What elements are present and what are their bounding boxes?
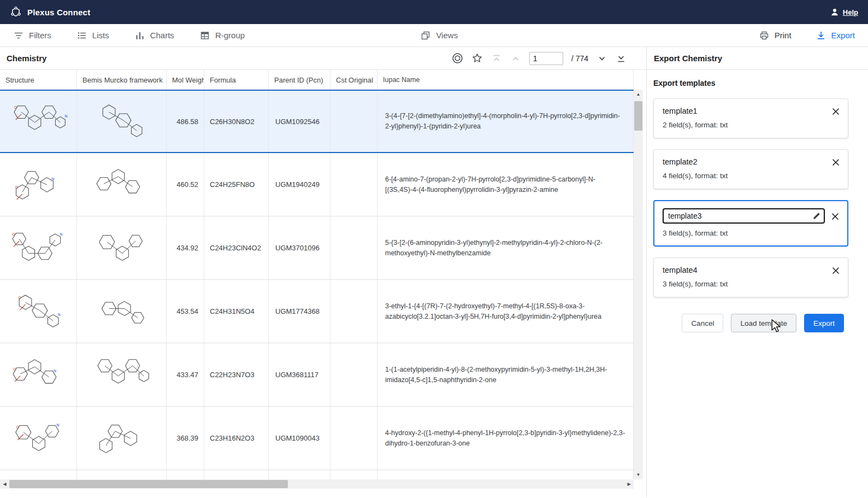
template-details: 3 field(s), format: txt xyxy=(663,280,839,288)
table-row[interactable]: NO 433.47 C22H23N7O3 UGM3681117 1-(1-ace… xyxy=(0,343,634,407)
structure-search-icon[interactable] xyxy=(452,52,463,64)
print-button[interactable]: Print xyxy=(759,30,792,41)
iupac-name-value: 3-(4-{7-[2-(dimethylamino)ethyl]-4-(morp… xyxy=(377,91,634,152)
charts-button[interactable]: Charts xyxy=(134,30,174,41)
template-card[interactable]: template2 4 field(s), format: txt xyxy=(653,149,848,189)
mol-weight-value: 453.54 xyxy=(167,280,204,343)
cancel-button[interactable]: Cancel xyxy=(682,314,723,332)
export-toolbar-button[interactable]: Export xyxy=(816,30,855,41)
column-header-mol-weigh[interactable]: Mol Weigh xyxy=(167,70,204,90)
framework-cell xyxy=(77,470,167,479)
template-name-input[interactable] xyxy=(663,208,825,224)
column-header-bemis-murcko-framework[interactable]: Bemis Murcko framework xyxy=(77,70,167,90)
framework-structure-image xyxy=(88,223,155,273)
print-label: Print xyxy=(775,31,792,40)
edit-pencil-icon[interactable] xyxy=(812,211,822,220)
rgroup-button[interactable]: R-group xyxy=(199,30,245,41)
lists-button[interactable]: Lists xyxy=(76,30,109,41)
help-button[interactable]: Help xyxy=(830,7,858,17)
iupac-name-value xyxy=(377,470,634,479)
views-button[interactable]: Views xyxy=(420,30,458,41)
iupac-name-value: 3-ethyl-1-{4-[(7R)-7-(2-hydroxyethyl)-7-… xyxy=(377,280,634,343)
cst-original-value xyxy=(330,216,377,279)
close-icon[interactable] xyxy=(830,211,841,222)
mol-weight-value: 368.39 xyxy=(167,407,204,470)
rgroup-label: R-group xyxy=(215,31,245,40)
filters-label: Filters xyxy=(29,31,51,40)
scroll-up-icon[interactable]: ▲ xyxy=(634,90,643,99)
molecule-structure-image: NO xyxy=(5,286,72,337)
close-icon[interactable] xyxy=(830,106,841,117)
template-card[interactable]: template4 3 field(s), format: txt xyxy=(653,257,848,297)
formula-value: C24H31N5O4 xyxy=(204,280,269,343)
horizontal-scrollbar[interactable]: ◀ ▶ xyxy=(0,479,634,489)
rgroup-icon xyxy=(199,30,210,41)
filter-icon xyxy=(13,30,24,41)
iupac-name-value: 5-{3-[2-(6-aminopyridin-3-yl)ethynyl]-2-… xyxy=(377,216,634,279)
favorites-star-icon[interactable] xyxy=(471,52,483,64)
column-header-cst-original[interactable]: Cst Original xyxy=(330,70,377,90)
table-row[interactable]: NO 434.92 C24H23ClN4O2 UGM3701096 5-{3-[… xyxy=(0,216,634,280)
export-button[interactable]: Export xyxy=(804,314,844,332)
table-row[interactable]: NO xyxy=(0,470,634,479)
svg-text:N: N xyxy=(57,423,60,427)
framework-cell xyxy=(77,407,167,470)
column-header-parent-id-pcn-[interactable]: Parent ID (Pcn) xyxy=(269,70,330,90)
parent-id-value: UGM1092546 xyxy=(269,91,330,152)
scroll-right-icon[interactable]: ▶ xyxy=(624,479,634,489)
table-row[interactable]: NO 368.39 C23H16N2O3 UGM1090043 4-hydrox… xyxy=(0,407,634,470)
cst-original-value xyxy=(330,470,377,479)
template-details: 4 field(s), format: txt xyxy=(663,172,839,180)
lists-icon xyxy=(76,30,87,41)
svg-text:N: N xyxy=(65,114,68,118)
page-title: Chemistry xyxy=(7,54,46,63)
svg-text:N: N xyxy=(60,232,62,236)
mol-weight-value: 434.92 xyxy=(167,216,204,279)
structure-cell: NO xyxy=(0,343,77,406)
formula-value: C22H23N7O3 xyxy=(204,343,269,406)
previous-page-icon[interactable] xyxy=(510,53,521,64)
table-row[interactable]: NO 460.52 C24H25FN8O UGM1940249 6-[4-ami… xyxy=(0,153,634,216)
svg-text:O: O xyxy=(18,295,21,299)
grid-header: Chemistry / 774 xyxy=(0,47,646,70)
table-row[interactable]: NO 486.58 C26H30N8O2 UGM1092546 3-(4-{7-… xyxy=(0,90,634,153)
parent-id-value: UGM3681117 xyxy=(269,343,330,406)
grid-area: Chemistry / 774 xyxy=(0,47,646,497)
horizontal-scroll-thumb[interactable] xyxy=(9,480,288,488)
export-icon xyxy=(816,30,826,41)
structure-cell: NO xyxy=(0,470,77,479)
structure-cell: NO xyxy=(0,407,77,470)
mol-weight-value: 460.52 xyxy=(167,153,204,216)
framework-cell xyxy=(77,216,167,279)
structure-cell: NO xyxy=(0,91,77,152)
column-header-iupac-name[interactable]: Iupac Name xyxy=(377,70,634,90)
framework-structure-image xyxy=(88,96,155,147)
filters-button[interactable]: Filters xyxy=(13,30,51,41)
last-page-icon[interactable] xyxy=(616,53,627,64)
parent-id-value: UGM1774368 xyxy=(269,280,330,343)
structure-cell: NO xyxy=(0,153,77,216)
vertical-scrollbar[interactable]: ▲ ▼ xyxy=(634,90,643,479)
export-panel-buttons: Cancel Load template Export xyxy=(653,314,848,332)
template-card[interactable]: 3 field(s), format: txt xyxy=(653,200,848,247)
table-row[interactable]: NO 453.54 C24H31N5O4 UGM1774368 3-ethyl-… xyxy=(0,280,634,343)
template-name: template1 xyxy=(663,107,839,115)
column-header-structure[interactable]: Structure xyxy=(0,70,77,90)
close-icon[interactable] xyxy=(830,157,841,168)
template-details: 3 field(s), format: txt xyxy=(663,229,839,237)
load-template-button[interactable]: Load template xyxy=(731,314,796,332)
first-page-icon[interactable] xyxy=(491,53,502,64)
vertical-scroll-thumb[interactable] xyxy=(634,101,642,131)
app-title: Plexus Connect xyxy=(27,8,90,17)
formula-value: C24H25FN8O xyxy=(204,153,269,216)
page-menu-chevron-icon[interactable] xyxy=(597,53,607,64)
page-input[interactable] xyxy=(529,52,563,65)
molecule-structure-image: NO xyxy=(5,350,72,400)
column-header-row: StructureBemis Murcko frameworkMol Weigh… xyxy=(0,70,634,90)
scroll-left-icon[interactable]: ◀ xyxy=(0,479,9,489)
scroll-down-icon[interactable]: ▼ xyxy=(634,470,643,479)
template-card[interactable]: template1 2 field(s), format: txt xyxy=(653,98,848,138)
column-header-formula[interactable]: Formula xyxy=(204,70,269,90)
template-name: template4 xyxy=(663,266,839,274)
close-icon[interactable] xyxy=(830,265,841,276)
